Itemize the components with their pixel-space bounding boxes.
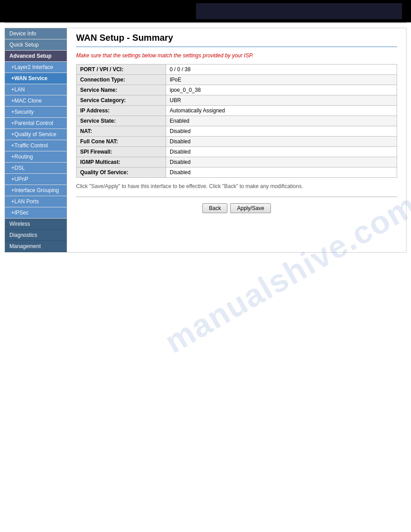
sidebar-item-dsl[interactable]: +DSL (5, 163, 67, 174)
sidebar-item-security[interactable]: +Security (5, 107, 67, 118)
title-divider (76, 47, 397, 47)
table-cell-value: Disabled (166, 167, 397, 178)
table-cell-value: Disabled (166, 157, 397, 167)
click-notice: Click "Save/Apply" to have this interfac… (76, 183, 397, 189)
table-cell-label: Service Name: (77, 85, 166, 95)
sidebar-item-routing[interactable]: +Routing (5, 151, 67, 163)
table-cell-label: PORT / VPI / VCI: (77, 64, 166, 75)
table-cell-label: Service State: (77, 116, 166, 126)
table-cell-label: NAT: (77, 126, 166, 137)
sidebar: Device Info Quick Setup Advanced Setup +… (4, 28, 67, 253)
isp-notice: Make sure that the settings below match … (76, 52, 397, 59)
table-row: Service Category:UBR (77, 95, 397, 106)
table-row: Connection Type:IPoE (77, 75, 397, 85)
table-row: IP Address:Automatically Assigned (77, 106, 397, 116)
sidebar-item-layer2-interface[interactable]: +Layer2 Interface (5, 62, 67, 73)
content-area: WAN Setup - Summary Make sure that the s… (67, 28, 407, 253)
apply-save-button[interactable]: Apply/Save (230, 203, 271, 213)
table-row: Service Name:ipoe_0_0_38 (77, 85, 397, 95)
table-cell-value: Disabled (166, 137, 397, 147)
back-button[interactable]: Back (202, 203, 228, 213)
table-cell-value: Disabled (166, 126, 397, 137)
table-row: Service State:Enabled (77, 116, 397, 126)
table-cell-label: Service Category: (77, 95, 166, 106)
sidebar-item-quick-setup[interactable]: Quick Setup (5, 39, 67, 51)
table-cell-label: Quality Of Service: (77, 167, 166, 178)
table-cell-label: Full Cone NAT: (77, 137, 166, 147)
table-row: IGMP Multicast:Disabled (77, 157, 397, 167)
sidebar-item-device-info[interactable]: Device Info (5, 28, 67, 39)
table-cell-value: Automatically Assigned (166, 106, 397, 116)
sidebar-item-lan[interactable]: +LAN (5, 84, 67, 95)
table-cell-label: IGMP Multicast: (77, 157, 166, 167)
table-row: Full Cone NAT:Disabled (77, 137, 397, 147)
main-layout: Device Info Quick Setup Advanced Setup +… (0, 23, 411, 257)
table-cell-value: ipoe_0_0_38 (166, 85, 397, 95)
divider-bottom (76, 197, 397, 197)
table-cell-value: Disabled (166, 147, 397, 157)
button-area: Back Apply/Save (76, 203, 397, 213)
sidebar-item-interface-grouping[interactable]: +Interface Grouping (5, 185, 67, 196)
table-cell-value: 0 / 0 / 38 (166, 64, 397, 75)
sidebar-item-ipsec[interactable]: +IPSec (5, 207, 67, 219)
sidebar-item-advanced-setup[interactable]: Advanced Setup (5, 51, 67, 62)
sidebar-item-mac-clone[interactable]: +MAC Clone (5, 95, 67, 107)
table-row: SPI Firewall:Disabled (77, 147, 397, 157)
table-row: NAT:Disabled (77, 126, 397, 137)
summary-table: PORT / VPI / VCI:0 / 0 / 38Connection Ty… (76, 64, 397, 178)
table-cell-value: UBR (166, 95, 397, 106)
sidebar-item-traffic-control[interactable]: +Traffic Control (5, 140, 67, 151)
sidebar-item-upnp[interactable]: +UPnP (5, 174, 67, 185)
sidebar-item-wan-service[interactable]: +WAN Service (5, 73, 67, 84)
page-title: WAN Setup - Summary (76, 33, 397, 43)
table-cell-label: Connection Type: (77, 75, 166, 85)
table-cell-value: Enabled (166, 116, 397, 126)
sidebar-item-quality-of-service[interactable]: +Quality of Service (5, 129, 67, 140)
header-banner (196, 3, 402, 19)
sidebar-item-parental-control[interactable]: +Parental Control (5, 118, 67, 129)
table-row: PORT / VPI / VCI:0 / 0 / 38 (77, 64, 397, 75)
table-row: Quality Of Service:Disabled (77, 167, 397, 178)
sidebar-item-lan-ports[interactable]: +LAN Ports (5, 196, 67, 207)
sidebar-item-management[interactable]: Management (5, 241, 67, 252)
table-cell-label: SPI Firewall: (77, 147, 166, 157)
top-header (0, 0, 411, 22)
sidebar-item-diagnostics[interactable]: Diagnostics (5, 230, 67, 241)
sidebar-item-wireless[interactable]: Wireless (5, 219, 67, 230)
table-cell-label: IP Address: (77, 106, 166, 116)
table-cell-value: IPoE (166, 75, 397, 85)
